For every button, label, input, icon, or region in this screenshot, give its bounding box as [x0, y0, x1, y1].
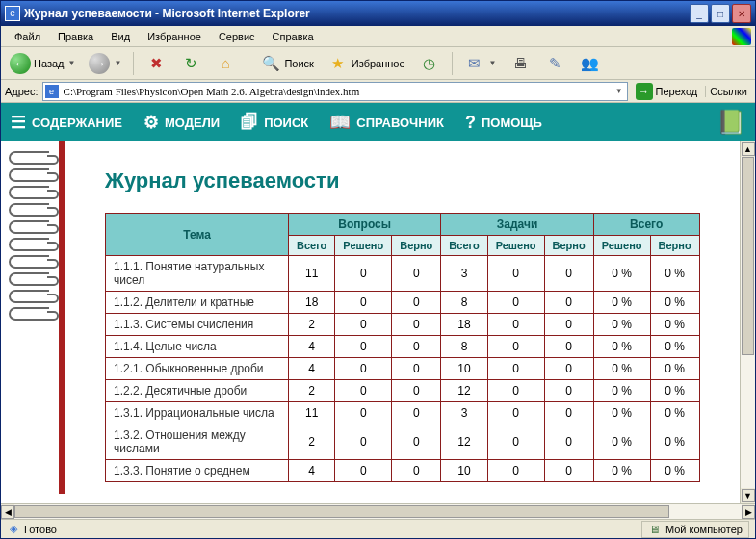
cell-q-total: 11 — [289, 402, 335, 424]
nav-reference[interactable]: 📖СПРАВОЧНИК — [329, 112, 444, 133]
cell-q-correct: 0 — [392, 460, 441, 482]
table-row: 1.1.2. Делители и кратные18008000 %0 % — [106, 292, 700, 314]
cell-t-total: 8 — [441, 336, 487, 358]
computer-icon: 🖥 — [648, 523, 662, 536]
cell-q-solved: 0 — [335, 424, 392, 460]
cell-t-solved: 0 — [487, 402, 544, 424]
favorites-button[interactable]: ★ Избранное — [323, 51, 410, 76]
menu-file[interactable]: Файл — [7, 29, 48, 44]
cell-topic: 1.2.2. Десятичные дроби — [106, 380, 289, 402]
nav-help[interactable]: ?ПОМОЩЬ — [465, 113, 542, 133]
cell-topic: 1.1.4. Целые числа — [106, 336, 289, 358]
cell-q-solved: 0 — [335, 380, 392, 402]
table-row: 1.2.1. Обыкновенные дроби40010000 %0 % — [106, 358, 700, 380]
stop-button[interactable]: ✖ — [141, 51, 171, 76]
refresh-icon: ↻ — [180, 53, 201, 74]
cell-q-correct: 0 — [392, 336, 441, 358]
grades-table: Тема Вопросы Задачи Всего Всего Решено В… — [105, 213, 700, 482]
scroll-thumb[interactable] — [14, 505, 669, 518]
open-book-icon: 📗 — [717, 109, 745, 136]
cell-q-total: 2 — [289, 314, 335, 336]
vertical-scrollbar[interactable]: ▲ ▼ — [740, 141, 755, 503]
scroll-right-icon[interactable]: ▶ — [742, 505, 755, 519]
cell-q-total: 4 — [289, 336, 335, 358]
ie-icon: e — [5, 6, 20, 21]
cell-q-solved: 0 — [335, 358, 392, 380]
refresh-button[interactable]: ↻ — [175, 51, 206, 76]
nav-search[interactable]: 🗐ПОИСК — [241, 113, 308, 133]
th-topic: Тема — [106, 214, 289, 256]
horizontal-scrollbar[interactable]: ◀ ▶ — [1, 503, 755, 519]
nav-label: ПОИСК — [264, 116, 308, 130]
menubar: Файл Правка Вид Избранное Сервис Справка — [1, 26, 755, 47]
cell-t-correct: 0 — [544, 256, 593, 292]
history-icon: ◷ — [419, 53, 440, 74]
nav-contents[interactable]: ☰СОДЕРЖАНИЕ — [11, 112, 122, 133]
go-button[interactable]: → Переход — [632, 83, 702, 100]
scroll-up-icon[interactable]: ▲ — [742, 142, 755, 156]
scroll-thumb[interactable] — [742, 157, 754, 355]
cell-g-solved: 0 % — [593, 402, 650, 424]
scroll-left-icon[interactable]: ◀ — [1, 505, 14, 519]
nav-label: МОДЕЛИ — [165, 116, 220, 130]
forward-icon: → — [89, 53, 110, 74]
mail-button[interactable]: ✉▼ — [459, 51, 502, 76]
history-button[interactable]: ◷ — [414, 51, 445, 76]
cell-t-correct: 0 — [544, 402, 593, 424]
search-button[interactable]: 🔍 Поиск — [255, 51, 318, 76]
page-scroll[interactable]: Журнал успеваемости Тема Вопросы Задачи … — [1, 141, 740, 503]
nav-models[interactable]: ⚙МОДЕЛИ — [143, 112, 220, 133]
th-t-correct: Верно — [544, 236, 593, 256]
cell-g-solved: 0 % — [593, 460, 650, 482]
menu-tools[interactable]: Сервис — [211, 29, 263, 44]
back-button[interactable]: ← Назад ▼ — [5, 51, 80, 76]
cell-q-total: 4 — [289, 358, 335, 380]
cell-t-correct: 0 — [544, 358, 593, 380]
minimize-button[interactable]: _ — [690, 4, 709, 23]
address-label: Адрес: — [5, 86, 39, 97]
address-dropdown-icon[interactable]: ▼ — [613, 87, 625, 95]
cell-g-correct: 0 % — [650, 336, 699, 358]
statusbar: ◈ Готово 🖥 Мой компьютер — [1, 519, 755, 538]
edit-button[interactable]: ✎ — [540, 51, 571, 76]
scroll-down-icon[interactable]: ▼ — [742, 489, 755, 502]
cell-t-correct: 0 — [544, 336, 593, 358]
cell-t-correct: 0 — [544, 292, 593, 314]
cell-q-correct: 0 — [392, 292, 441, 314]
cell-q-correct: 0 — [392, 358, 441, 380]
mail-icon: ✉ — [464, 53, 485, 74]
cell-t-solved: 0 — [487, 292, 544, 314]
menu-help[interactable]: Справка — [265, 29, 322, 44]
cell-t-solved: 0 — [487, 460, 544, 482]
close-button[interactable]: ✕ — [732, 4, 751, 23]
menu-favorites[interactable]: Избранное — [140, 29, 209, 44]
maximize-button[interactable]: □ — [711, 4, 730, 23]
cell-t-solved: 0 — [487, 380, 544, 402]
print-icon: 🖶 — [510, 53, 532, 74]
links-label[interactable]: Ссылки — [705, 86, 751, 97]
status-text: Готово — [24, 524, 57, 535]
cell-t-solved: 0 — [487, 256, 544, 292]
cell-q-solved: 0 — [335, 402, 392, 424]
ie-window: e Журнал успеваемости - Microsoft Intern… — [0, 0, 756, 539]
cell-g-correct: 0 % — [650, 424, 699, 460]
cell-t-solved: 0 — [487, 314, 544, 336]
forward-button[interactable]: → ▼ — [84, 51, 126, 76]
cell-q-solved: 0 — [335, 336, 392, 358]
cell-topic: 1.2.1. Обыкновенные дроби — [106, 358, 289, 380]
page-title: Журнал успеваемости — [105, 168, 740, 193]
page-icon: ◈ — [7, 523, 20, 536]
cell-t-solved: 0 — [487, 336, 544, 358]
messenger-button[interactable]: 👥 — [575, 51, 606, 76]
book-icon: 📖 — [329, 112, 351, 133]
table-row: 1.2.2. Десятичные дроби20012000 %0 % — [106, 380, 700, 402]
menu-view[interactable]: Вид — [103, 29, 138, 44]
cell-t-total: 10 — [441, 358, 487, 380]
home-button[interactable]: ⌂ — [210, 51, 241, 76]
menu-edit[interactable]: Правка — [50, 29, 101, 44]
table-row: 1.1.4. Целые числа4008000 %0 % — [106, 336, 700, 358]
print-button[interactable]: 🖶 — [506, 51, 536, 76]
cell-topic: 1.3.3. Понятие о среднем — [106, 460, 289, 482]
stop-icon: ✖ — [145, 53, 167, 74]
address-input[interactable] — [62, 85, 613, 98]
